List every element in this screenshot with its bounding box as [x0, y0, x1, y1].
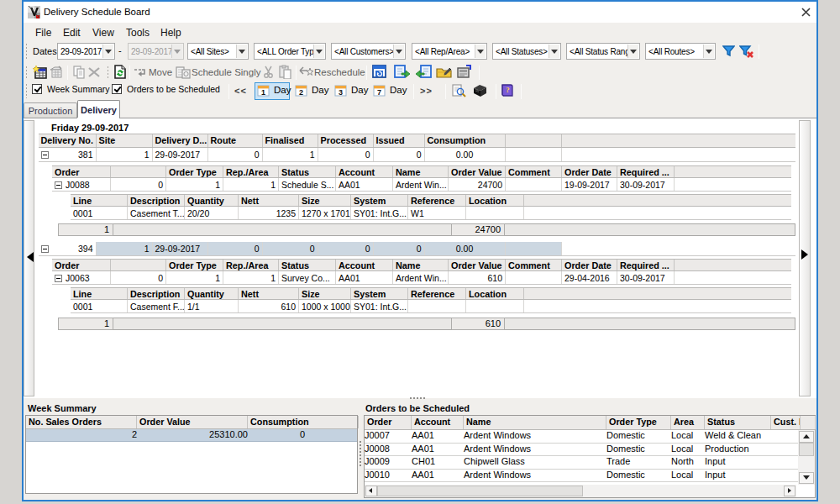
- svg-text:?: ?: [506, 86, 510, 94]
- svg-text:7: 7: [377, 88, 381, 97]
- svg-text:2: 2: [299, 88, 303, 97]
- svg-text:3: 3: [339, 88, 343, 97]
- svg-text:1: 1: [261, 88, 265, 97]
